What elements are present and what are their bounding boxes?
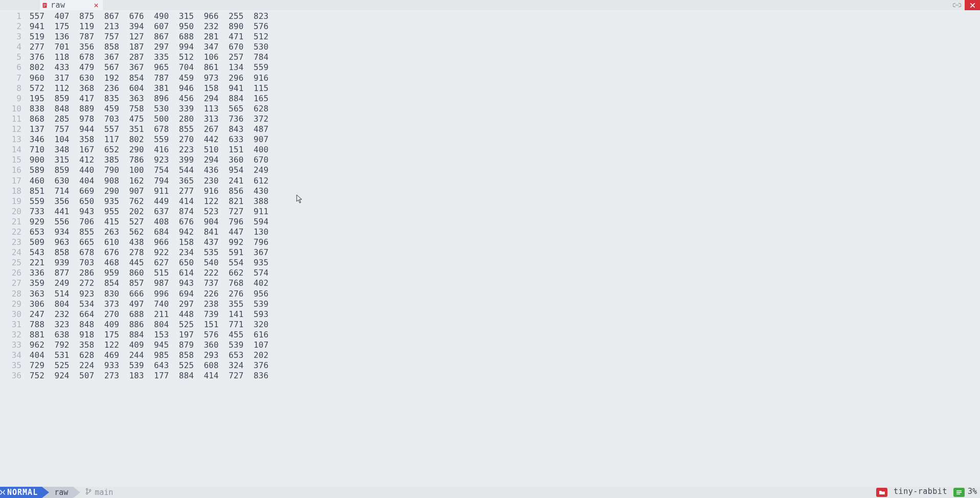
editor-line[interactable]: 26 336 877 286 959 860 515 614 222 662 5…: [0, 268, 980, 278]
svg-point-4: [86, 488, 88, 490]
line-number: 19: [0, 196, 25, 207]
line-content: 306 804 534 373 497 740 297 238 355 539: [25, 299, 269, 309]
line-number: 9: [0, 94, 25, 104]
line-content: 589 859 440 790 100 754 544 436 954 249: [25, 165, 269, 175]
line-number: 22: [0, 227, 25, 237]
editor-line[interactable]: 32 881 638 918 175 884 153 197 576 455 6…: [0, 330, 980, 340]
link-chain-icon[interactable]: [949, 0, 965, 10]
line-content: 929 556 706 415 527 408 676 904 796 594: [25, 217, 269, 227]
editor-line[interactable]: 20 733 441 943 955 202 637 874 523 727 9…: [0, 207, 980, 217]
line-content: 247 232 664 270 688 211 448 739 141 593: [25, 309, 269, 320]
tab-close-icon[interactable]: ✕: [69, 1, 99, 10]
editor-line[interactable]: 11 868 285 978 703 475 500 280 313 736 3…: [0, 114, 980, 124]
separator-chevron-icon: [42, 487, 49, 498]
editor-line[interactable]: 13 346 104 358 117 802 559 270 442 633 9…: [0, 134, 980, 145]
line-number: 25: [0, 258, 25, 268]
line-content: 460 630 404 908 162 794 365 230 241 612: [25, 176, 269, 186]
line-number: 14: [0, 145, 25, 155]
editor-line[interactable]: 18 851 714 669 290 907 911 277 916 856 4…: [0, 186, 980, 196]
git-branch-indicator: main: [80, 487, 118, 498]
line-content: 710 348 167 652 290 416 223 510 151 400: [25, 145, 269, 155]
line-content: 572 112 368 236 604 381 946 158 941 115: [25, 83, 269, 94]
line-number: 8: [0, 83, 25, 94]
line-content: 543 858 678 676 278 922 234 535 591 367: [25, 247, 269, 258]
statusline-spacer: [118, 487, 874, 498]
editor-line[interactable]: 10 838 848 889 459 758 530 339 113 565 6…: [0, 104, 980, 114]
editor-line[interactable]: 4 277 701 356 858 187 297 994 347 670 53…: [0, 42, 980, 52]
editor-line[interactable]: 25 221 939 703 468 445 627 650 540 554 9…: [0, 258, 980, 268]
line-number: 26: [0, 268, 25, 278]
editor-line[interactable]: 35 729 525 224 933 539 643 525 608 324 3…: [0, 360, 980, 371]
line-number: 31: [0, 320, 25, 330]
line-number: 2: [0, 21, 25, 32]
tab-bar: raw ✕: [0, 0, 980, 10]
line-number: 13: [0, 134, 25, 145]
svg-rect-7: [956, 490, 962, 491]
editor-line[interactable]: 8 572 112 368 236 604 381 946 158 941 11…: [0, 83, 980, 94]
editor-line[interactable]: 15 900 315 412 385 786 923 399 294 360 6…: [0, 155, 980, 165]
editor-line[interactable]: 5 376 118 678 367 287 335 512 106 257 78…: [0, 52, 980, 62]
line-number: 33: [0, 340, 25, 350]
line-content: 960 317 630 192 854 787 459 973 296 916: [25, 73, 269, 83]
git-branch-name: main: [95, 488, 113, 497]
editor-line[interactable]: 17 460 630 404 908 162 794 365 230 241 6…: [0, 176, 980, 186]
editor-line[interactable]: 6 802 433 479 567 367 965 704 861 134 55…: [0, 62, 980, 73]
line-content: 346 104 358 117 802 559 270 442 633 907: [25, 134, 269, 145]
line-number: 23: [0, 237, 25, 247]
line-number: 34: [0, 350, 25, 360]
editor-line[interactable]: 22 653 934 855 263 562 684 942 841 447 1…: [0, 227, 980, 237]
line-number: 18: [0, 186, 25, 196]
tabbar-left-spacer: [0, 0, 40, 10]
line-number: 28: [0, 289, 25, 299]
folder-badge-icon: [876, 488, 887, 497]
line-number: 5: [0, 52, 25, 62]
line-content: 729 525 224 933 539 643 525 608 324 376: [25, 360, 269, 371]
buffer-tab-raw[interactable]: raw ✕: [40, 0, 103, 10]
editor-line[interactable]: 7 960 317 630 192 854 787 459 973 296 91…: [0, 73, 980, 83]
line-number: 20: [0, 207, 25, 217]
hostname-indicator: tiny-rabbit: [889, 487, 951, 498]
editor-line[interactable]: 30 247 232 664 270 688 211 448 739 141 5…: [0, 309, 980, 320]
line-content: 221 939 703 468 445 627 650 540 554 935: [25, 258, 269, 268]
editor-line[interactable]: 23 509 963 665 610 438 966 158 437 992 7…: [0, 237, 980, 247]
line-content: 752 924 507 273 183 177 884 414 727 836: [25, 371, 269, 381]
editor-line[interactable]: 21 929 556 706 415 527 408 676 904 796 5…: [0, 217, 980, 227]
svg-rect-2: [43, 5, 46, 6]
window-close-button[interactable]: [965, 0, 980, 10]
editor-line[interactable]: 12 137 757 944 557 351 678 855 267 843 4…: [0, 124, 980, 134]
editor-line[interactable]: 36 752 924 507 273 183 177 884 414 727 8…: [0, 371, 980, 381]
editor-line[interactable]: 28 363 514 923 830 666 996 694 226 276 9…: [0, 289, 980, 299]
line-content: 733 441 943 955 202 637 874 523 727 911: [25, 207, 269, 217]
editor-line[interactable]: 24 543 858 678 676 278 922 234 535 591 3…: [0, 247, 980, 258]
separator-chevron-icon: [73, 487, 80, 498]
editor-line[interactable]: 33 962 792 358 122 409 945 879 360 539 1…: [0, 340, 980, 350]
line-number: 17: [0, 176, 25, 186]
editor-line[interactable]: 19 559 356 650 935 762 449 414 122 821 3…: [0, 196, 980, 207]
line-content: 851 714 669 290 907 911 277 916 856 430: [25, 186, 269, 196]
file-icon: [42, 3, 48, 8]
line-content: 941 175 119 213 394 607 950 232 890 576: [25, 21, 269, 32]
line-content: 900 315 412 385 786 923 399 294 360 670: [25, 155, 269, 165]
editor-line[interactable]: 1 557 407 875 867 676 490 315 966 255 82…: [0, 11, 980, 21]
editor-line[interactable]: 14 710 348 167 652 290 416 223 510 151 4…: [0, 145, 980, 155]
line-number: 10: [0, 104, 25, 114]
editor-line[interactable]: 31 788 323 848 409 886 804 525 151 771 3…: [0, 320, 980, 330]
editor-line[interactable]: 34 404 531 628 469 244 985 858 293 653 2…: [0, 350, 980, 360]
svg-rect-1: [43, 4, 46, 5]
editor-viewport[interactable]: 1 557 407 875 867 676 490 315 966 255 82…: [0, 10, 980, 487]
line-content: 653 934 855 263 562 684 942 841 447 130: [25, 227, 269, 237]
editor-line[interactable]: 2 941 175 119 213 394 607 950 232 890 57…: [0, 21, 980, 32]
line-number: 11: [0, 114, 25, 124]
editor-line[interactable]: 27 359 249 272 854 857 987 943 737 768 4…: [0, 278, 980, 288]
line-number: 4: [0, 42, 25, 52]
svg-rect-9: [956, 493, 960, 494]
editor-line[interactable]: 9 195 859 417 835 363 896 456 294 884 16…: [0, 94, 980, 104]
line-content: 137 757 944 557 351 678 855 267 843 487: [25, 124, 269, 134]
editor-line[interactable]: 29 306 804 534 373 497 740 297 238 355 5…: [0, 299, 980, 309]
line-content: 881 638 918 175 884 153 197 576 455 616: [25, 330, 269, 340]
editor-line[interactable]: 3 519 136 787 757 127 867 688 281 471 51…: [0, 32, 980, 42]
line-number: 6: [0, 62, 25, 73]
git-branch-icon: [85, 488, 92, 497]
editor-line[interactable]: 16 589 859 440 790 100 754 544 436 954 2…: [0, 165, 980, 175]
line-number: 16: [0, 165, 25, 175]
